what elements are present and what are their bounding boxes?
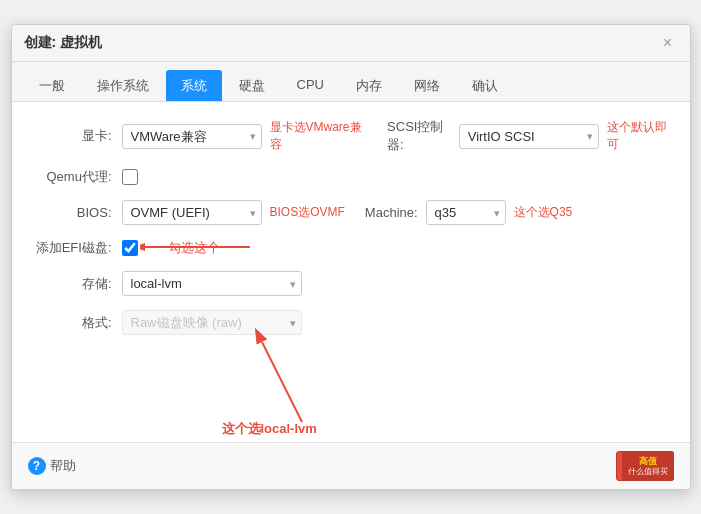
- tab-os[interactable]: 操作系统: [82, 70, 164, 101]
- storage-arrow-container: 这个选local-lvm: [242, 332, 362, 445]
- display-card-select-wrapper: VMWare兼容: [122, 124, 262, 149]
- watermark-bottom: 什么值得买: [628, 467, 668, 477]
- bios-label: BIOS:: [32, 205, 122, 220]
- help-label: 帮助: [50, 457, 76, 475]
- efi-control: 勾选这个: [122, 239, 670, 257]
- bios-select-wrapper: OVMF (UEFI): [122, 200, 262, 225]
- dialog-header: 创建: 虚拟机 ×: [12, 25, 690, 62]
- machine-select-wrapper: q35: [426, 200, 506, 225]
- create-vm-dialog: 创建: 虚拟机 × 一般 操作系统 系统 硬盘 CPU 内存 网络 确认 显卡:…: [11, 24, 691, 490]
- scsi-select-wrapper: VirtIO SCSI: [459, 124, 599, 149]
- footer-actions: 高级 高值 什么值得买: [616, 451, 674, 481]
- format-label: 格式:: [32, 314, 122, 332]
- tab-general[interactable]: 一般: [24, 70, 80, 101]
- display-card-annotation: 显卡选VMware兼容: [270, 119, 368, 153]
- bios-row: BIOS: OVMF (UEFI) BIOS选OVMF Machine: q35…: [32, 200, 670, 225]
- qemu-control: [122, 169, 670, 185]
- dialog-footer: ? 帮助 高级 高值 什么值得买: [12, 442, 690, 489]
- scsi-select[interactable]: VirtIO SCSI: [459, 124, 599, 149]
- tab-disk[interactable]: 硬盘: [224, 70, 280, 101]
- tab-memory[interactable]: 内存: [341, 70, 397, 101]
- efi-label: 添加EFI磁盘:: [32, 239, 122, 257]
- qemu-label: Qemu代理:: [32, 168, 122, 186]
- machine-annotation: 这个选Q35: [514, 204, 573, 221]
- storage-label: 存储:: [32, 275, 122, 293]
- storage-select[interactable]: local-lvm: [122, 271, 302, 296]
- efi-row: 添加EFI磁盘: 勾选这个: [32, 239, 670, 257]
- close-button[interactable]: ×: [658, 33, 678, 53]
- storage-control: local-lvm: [122, 271, 670, 296]
- storage-row: 存储: local-lvm: [32, 271, 670, 296]
- scsi-section: SCSI控制器: VirtIO SCSI 这个默认即可: [387, 118, 669, 154]
- help-button[interactable]: ? 帮助: [28, 457, 76, 475]
- bios-select[interactable]: OVMF (UEFI): [122, 200, 262, 225]
- tab-network[interactable]: 网络: [399, 70, 455, 101]
- qemu-checkbox[interactable]: [122, 169, 138, 185]
- tab-bar: 一般 操作系统 系统 硬盘 CPU 内存 网络 确认: [12, 62, 690, 102]
- storage-annotation: 这个选local-lvm: [222, 420, 317, 438]
- display-card-label: 显卡:: [32, 127, 122, 145]
- tab-system[interactable]: 系统: [166, 70, 222, 101]
- dialog-body: 显卡: VMWare兼容 显卡选VMware兼容 SCSI控制器: VirtIO…: [12, 102, 690, 442]
- watermark-box: 高值 什么值得买: [622, 451, 674, 481]
- scsi-annotation: 这个默认即可: [607, 119, 670, 153]
- machine-label: Machine:: [365, 205, 418, 220]
- qemu-row: Qemu代理:: [32, 168, 670, 186]
- watermark-wrapper: 高级 高值 什么值得买: [616, 451, 674, 481]
- help-icon: ?: [28, 457, 46, 475]
- dialog-title: 创建: 虚拟机: [24, 34, 103, 52]
- tab-confirm[interactable]: 确认: [457, 70, 513, 101]
- display-card-control: VMWare兼容 显卡选VMware兼容 SCSI控制器: VirtIO SCS…: [122, 118, 670, 154]
- machine-section: Machine: q35 这个选Q35: [365, 200, 572, 225]
- scsi-label: SCSI控制器:: [387, 118, 451, 154]
- format-control: Raw磁盘映像 (raw): [122, 310, 670, 335]
- bios-control: OVMF (UEFI) BIOS选OVMF Machine: q35 这个选Q3…: [122, 200, 670, 225]
- display-card-row: 显卡: VMWare兼容 显卡选VMware兼容 SCSI控制器: VirtIO…: [32, 118, 670, 154]
- efi-checkbox[interactable]: [122, 240, 138, 256]
- machine-select[interactable]: q35: [426, 200, 506, 225]
- display-card-select[interactable]: VMWare兼容: [122, 124, 262, 149]
- storage-select-wrapper: local-lvm: [122, 271, 302, 296]
- tab-cpu[interactable]: CPU: [282, 70, 339, 101]
- watermark-top: 高值: [639, 456, 657, 467]
- svg-line-3: [262, 342, 302, 422]
- bios-annotation: BIOS选OVMF: [270, 204, 345, 221]
- efi-arrow: [140, 237, 260, 257]
